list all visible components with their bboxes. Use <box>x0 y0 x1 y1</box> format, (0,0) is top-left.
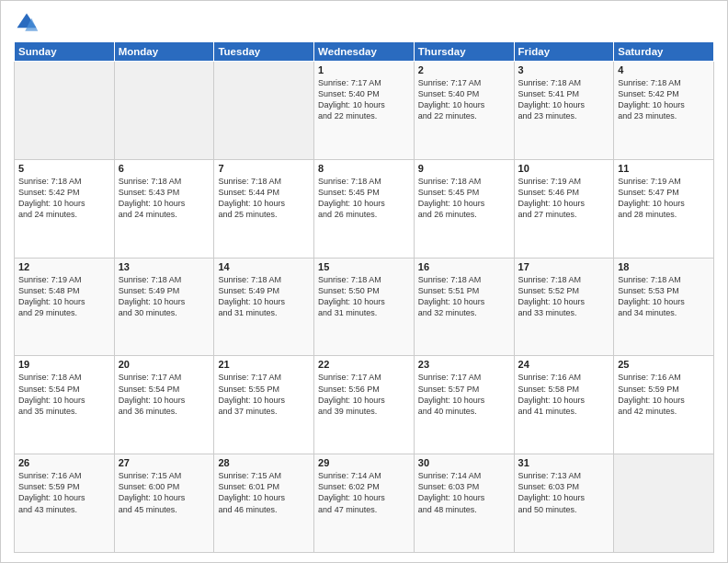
day-cell: 10Sunrise: 7:19 AMSunset: 5:46 PMDayligh… <box>514 159 614 258</box>
weekday-saturday: Saturday <box>614 42 714 62</box>
day-cell: 29Sunrise: 7:14 AMSunset: 6:02 PMDayligh… <box>314 454 415 553</box>
weekday-thursday: Thursday <box>414 42 514 62</box>
cell-info: Sunrise: 7:18 AMSunset: 5:41 PMDaylight:… <box>518 77 610 122</box>
day-cell: 16Sunrise: 7:18 AMSunset: 5:51 PMDayligh… <box>414 258 514 356</box>
day-number: 4 <box>618 64 710 75</box>
day-cell: 21Sunrise: 7:17 AMSunset: 5:55 PMDayligh… <box>214 356 314 454</box>
weekday-sunday: Sunday <box>15 42 115 62</box>
cell-info: Sunrise: 7:18 AMSunset: 5:42 PMDaylight:… <box>18 176 110 221</box>
cell-info: Sunrise: 7:17 AMSunset: 5:57 PMDaylight:… <box>418 372 510 417</box>
cell-info: Sunrise: 7:16 AMSunset: 5:58 PMDaylight:… <box>518 372 610 417</box>
week-row-3: 12Sunrise: 7:19 AMSunset: 5:48 PMDayligh… <box>15 258 714 356</box>
day-cell: 14Sunrise: 7:18 AMSunset: 5:49 PMDayligh… <box>214 258 314 356</box>
day-number: 16 <box>418 261 510 272</box>
cell-info: Sunrise: 7:18 AMSunset: 5:45 PMDaylight:… <box>318 176 410 221</box>
day-number: 30 <box>418 457 510 468</box>
day-number: 14 <box>218 261 310 272</box>
day-cell <box>214 62 314 160</box>
day-number: 26 <box>18 457 110 468</box>
cell-info: Sunrise: 7:19 AMSunset: 5:46 PMDaylight:… <box>518 176 610 221</box>
day-number: 18 <box>618 261 710 272</box>
cell-info: Sunrise: 7:19 AMSunset: 5:48 PMDaylight:… <box>18 274 110 319</box>
day-number: 22 <box>318 359 410 370</box>
day-cell: 5Sunrise: 7:18 AMSunset: 5:42 PMDaylight… <box>15 159 115 258</box>
week-row-1: 1Sunrise: 7:17 AMSunset: 5:40 PMDaylight… <box>15 62 714 160</box>
weekday-header-row: SundayMondayTuesdayWednesdayThursdayFrid… <box>15 42 714 62</box>
logo <box>14 10 43 36</box>
week-row-2: 5Sunrise: 7:18 AMSunset: 5:42 PMDaylight… <box>15 159 714 258</box>
day-number: 28 <box>218 457 310 468</box>
cell-info: Sunrise: 7:17 AMSunset: 5:54 PMDaylight:… <box>119 372 210 417</box>
day-cell: 25Sunrise: 7:16 AMSunset: 5:59 PMDayligh… <box>614 356 714 454</box>
day-number: 3 <box>518 64 610 75</box>
calendar-body: 1Sunrise: 7:17 AMSunset: 5:40 PMDaylight… <box>15 62 714 553</box>
day-cell: 30Sunrise: 7:14 AMSunset: 6:03 PMDayligh… <box>414 454 514 553</box>
day-number: 19 <box>18 359 110 370</box>
weekday-monday: Monday <box>114 42 214 62</box>
day-number: 1 <box>318 64 410 75</box>
day-number: 12 <box>18 261 110 272</box>
cell-info: Sunrise: 7:18 AMSunset: 5:44 PMDaylight:… <box>218 176 310 221</box>
cell-info: Sunrise: 7:15 AMSunset: 6:01 PMDaylight:… <box>218 470 310 515</box>
calendar-page: SundayMondayTuesdayWednesdayThursdayFrid… <box>0 0 728 563</box>
cell-info: Sunrise: 7:18 AMSunset: 5:42 PMDaylight:… <box>618 77 710 122</box>
day-cell <box>15 62 115 160</box>
day-cell: 19Sunrise: 7:18 AMSunset: 5:54 PMDayligh… <box>15 356 115 454</box>
day-cell: 18Sunrise: 7:18 AMSunset: 5:53 PMDayligh… <box>614 258 714 356</box>
day-number: 7 <box>218 163 310 174</box>
day-number: 25 <box>618 359 710 370</box>
day-cell: 22Sunrise: 7:17 AMSunset: 5:56 PMDayligh… <box>314 356 415 454</box>
day-cell: 28Sunrise: 7:15 AMSunset: 6:01 PMDayligh… <box>214 454 314 553</box>
day-number: 8 <box>318 163 410 174</box>
day-cell: 11Sunrise: 7:19 AMSunset: 5:47 PMDayligh… <box>614 159 714 258</box>
day-number: 17 <box>518 261 610 272</box>
day-number: 27 <box>119 457 210 468</box>
day-number: 9 <box>418 163 510 174</box>
cell-info: Sunrise: 7:18 AMSunset: 5:51 PMDaylight:… <box>418 274 510 319</box>
day-cell: 23Sunrise: 7:17 AMSunset: 5:57 PMDayligh… <box>414 356 514 454</box>
day-cell: 24Sunrise: 7:16 AMSunset: 5:58 PMDayligh… <box>514 356 614 454</box>
day-cell <box>114 62 214 160</box>
day-number: 5 <box>18 163 110 174</box>
day-number: 15 <box>318 261 410 272</box>
week-row-5: 26Sunrise: 7:16 AMSunset: 5:59 PMDayligh… <box>15 454 714 553</box>
cell-info: Sunrise: 7:16 AMSunset: 5:59 PMDaylight:… <box>18 470 110 515</box>
cell-info: Sunrise: 7:18 AMSunset: 5:49 PMDaylight:… <box>119 274 210 319</box>
day-number: 20 <box>119 359 210 370</box>
week-row-4: 19Sunrise: 7:18 AMSunset: 5:54 PMDayligh… <box>15 356 714 454</box>
day-cell: 1Sunrise: 7:17 AMSunset: 5:40 PMDaylight… <box>314 62 415 160</box>
cell-info: Sunrise: 7:18 AMSunset: 5:52 PMDaylight:… <box>518 274 610 319</box>
cell-info: Sunrise: 7:17 AMSunset: 5:55 PMDaylight:… <box>218 372 310 417</box>
cell-info: Sunrise: 7:15 AMSunset: 6:00 PMDaylight:… <box>119 470 210 515</box>
day-cell: 6Sunrise: 7:18 AMSunset: 5:43 PMDaylight… <box>114 159 214 258</box>
day-number: 29 <box>318 457 410 468</box>
weekday-friday: Friday <box>514 42 614 62</box>
day-cell: 15Sunrise: 7:18 AMSunset: 5:50 PMDayligh… <box>314 258 415 356</box>
day-number: 21 <box>218 359 310 370</box>
day-cell: 4Sunrise: 7:18 AMSunset: 5:42 PMDaylight… <box>614 62 714 160</box>
day-number: 13 <box>119 261 210 272</box>
day-cell <box>614 454 714 553</box>
day-cell: 17Sunrise: 7:18 AMSunset: 5:52 PMDayligh… <box>514 258 614 356</box>
day-cell: 31Sunrise: 7:13 AMSunset: 6:03 PMDayligh… <box>514 454 614 553</box>
calendar-table: SundayMondayTuesdayWednesdayThursdayFrid… <box>14 41 714 553</box>
weekday-tuesday: Tuesday <box>214 42 314 62</box>
cell-info: Sunrise: 7:14 AMSunset: 6:02 PMDaylight:… <box>318 470 410 515</box>
day-cell: 9Sunrise: 7:18 AMSunset: 5:45 PMDaylight… <box>414 159 514 258</box>
day-number: 10 <box>518 163 610 174</box>
cell-info: Sunrise: 7:17 AMSunset: 5:56 PMDaylight:… <box>318 372 410 417</box>
day-number: 6 <box>119 163 210 174</box>
day-number: 31 <box>518 457 610 468</box>
logo-icon <box>14 10 40 36</box>
cell-info: Sunrise: 7:17 AMSunset: 5:40 PMDaylight:… <box>318 77 410 122</box>
cell-info: Sunrise: 7:18 AMSunset: 5:50 PMDaylight:… <box>318 274 410 319</box>
day-number: 2 <box>418 64 510 75</box>
day-number: 24 <box>518 359 610 370</box>
cell-info: Sunrise: 7:18 AMSunset: 5:54 PMDaylight:… <box>18 372 110 417</box>
cell-info: Sunrise: 7:19 AMSunset: 5:47 PMDaylight:… <box>618 176 710 221</box>
weekday-wednesday: Wednesday <box>314 42 415 62</box>
cell-info: Sunrise: 7:17 AMSunset: 5:40 PMDaylight:… <box>418 77 510 122</box>
day-number: 11 <box>618 163 710 174</box>
day-cell: 13Sunrise: 7:18 AMSunset: 5:49 PMDayligh… <box>114 258 214 356</box>
page-header <box>14 10 714 36</box>
